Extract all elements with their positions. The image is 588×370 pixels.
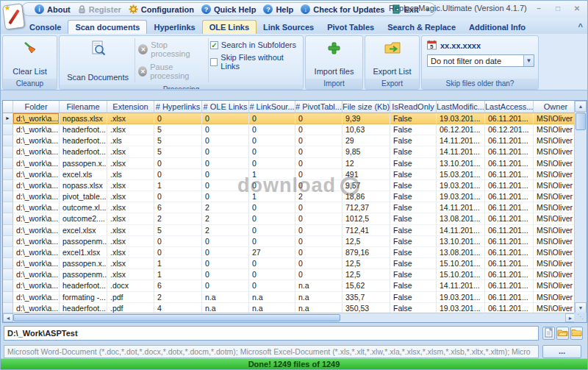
cell-linksour[interactable]: 0 bbox=[249, 236, 295, 247]
cell-lastaccess[interactable]: 06.11.201... bbox=[485, 292, 534, 303]
cell-linksour[interactable]: 27 bbox=[249, 247, 295, 258]
vertical-scrollbar[interactable]: ▲ ▼ bbox=[574, 101, 587, 313]
cell-folder[interactable]: d:\_work\a... bbox=[13, 158, 60, 169]
cell-lastaccess[interactable]: 06.11.201... bbox=[485, 135, 534, 146]
menu-item-quick-help[interactable]: ?Quick Help bbox=[198, 4, 259, 15]
cell-linksour[interactable]: n.a bbox=[249, 292, 295, 303]
cell-linksour[interactable]: 0 bbox=[249, 213, 295, 224]
menu-item-about[interactable]: iAbout bbox=[31, 4, 74, 15]
table-row[interactable]: d:\_work\a...pivot_table....xlsx001218,8… bbox=[3, 191, 587, 202]
table-row[interactable]: d:\_work\a...passopen.x....xlsx000012Fal… bbox=[3, 158, 587, 169]
tab-console[interactable]: Console bbox=[23, 20, 68, 34]
cell-owner[interactable]: MSI\Oliver bbox=[534, 280, 578, 291]
cell-linksour[interactable]: 0 bbox=[249, 280, 295, 291]
cell-lastmodific[interactable]: 19.03.201... bbox=[437, 292, 485, 303]
cell-file-size-kb[interactable]: 12,5 bbox=[343, 258, 390, 269]
column-header-file-size-kb[interactable]: File size (Kb) bbox=[343, 101, 390, 113]
cell-ole-links[interactable]: 0 bbox=[202, 146, 249, 157]
maximize-button[interactable]: □ bbox=[551, 3, 565, 14]
table-row[interactable]: d:\_work\a...excel.xlsx.xlsx5200712,41Fa… bbox=[3, 225, 587, 236]
cell-folder[interactable]: d:\_work\a... bbox=[13, 135, 60, 146]
cell-filename[interactable]: passopen.x... bbox=[60, 158, 107, 169]
cell-hyperlinks[interactable]: 0 bbox=[154, 236, 202, 247]
cell-pivottabl[interactable]: 0 bbox=[295, 180, 343, 191]
collapse-ribbon-icon[interactable]: ^ bbox=[578, 22, 583, 31]
cell-linksour[interactable]: 0 bbox=[249, 225, 295, 236]
cell-lastaccess[interactable]: 06.11.201... bbox=[485, 258, 534, 269]
cell-folder[interactable]: d:\_work\a... bbox=[13, 269, 60, 280]
cell-lastaccess[interactable]: 06.11.201... bbox=[485, 247, 534, 258]
cell-linksour[interactable]: 0 bbox=[249, 180, 295, 191]
cell-file-size-kb[interactable]: 335,7 bbox=[343, 292, 390, 303]
cell-pivottabl[interactable]: 0 bbox=[295, 146, 343, 157]
cell-extension[interactable]: .xls bbox=[107, 169, 154, 180]
cell-hyperlinks[interactable]: 1 bbox=[154, 180, 202, 191]
minimize-button[interactable]: – bbox=[531, 3, 546, 14]
cell-owner[interactable]: MSI\Oliver bbox=[534, 169, 578, 180]
cell-filename[interactable]: nopass.xlsx bbox=[60, 180, 107, 191]
table-row[interactable]: d:\_work\a...headerfoot....xlsx50009,85F… bbox=[3, 146, 587, 157]
cell-lastmodific[interactable]: 19.03.201... bbox=[437, 113, 485, 124]
cell-lastmodific[interactable]: 14.11.201... bbox=[437, 135, 485, 146]
column-header-lastmodific[interactable]: LastModific... bbox=[437, 101, 485, 113]
table-row[interactable]: d:\_work\a...passopen.x....xlsx100012,5F… bbox=[3, 258, 587, 269]
cell-extension[interactable]: .xlsx bbox=[107, 269, 154, 280]
cell-filename[interactable]: nopass.xlsx bbox=[60, 113, 107, 124]
cell-ole-links[interactable]: 2 bbox=[202, 225, 249, 236]
cell-file-size-kb[interactable]: 12,5 bbox=[343, 236, 390, 247]
cell-filename[interactable]: pivot_table... bbox=[60, 191, 107, 202]
cell-isreadonly[interactable]: False bbox=[390, 202, 437, 213]
cell-lastmodific[interactable]: 14.11.201... bbox=[437, 146, 485, 157]
cell-pivottabl[interactable]: 0 bbox=[295, 269, 343, 280]
cell-isreadonly[interactable]: False bbox=[390, 191, 437, 202]
cell-ole-links[interactable]: 0 bbox=[202, 135, 249, 146]
cell-owner[interactable]: MSI\Oliver bbox=[534, 247, 578, 258]
cell-owner[interactable]: MSI\Oliver bbox=[534, 258, 578, 269]
table-row[interactable]: d:\_work\a...outcome2.....xlsx22001012,5… bbox=[3, 213, 587, 224]
add-folder-button[interactable] bbox=[570, 327, 583, 340]
cell-hyperlinks[interactable]: 1 bbox=[154, 269, 202, 280]
cell-owner[interactable]: MSI\Oliver bbox=[534, 225, 578, 236]
menu-item-help[interactable]: ?Help bbox=[259, 4, 297, 15]
cell-lastmodific[interactable]: 13.10.201... bbox=[437, 236, 485, 247]
cell-lastaccess[interactable]: 06.11.201... bbox=[485, 146, 534, 157]
skip-files-without-links-checkbox[interactable]: Skip Files without Links bbox=[210, 53, 300, 71]
cell-hyperlinks[interactable]: 6 bbox=[154, 280, 202, 291]
cell-ole-links[interactable]: 0 bbox=[202, 158, 249, 169]
cell-filename[interactable]: headerfoot... bbox=[60, 146, 107, 157]
tab-scan-documents[interactable]: Scan documents bbox=[68, 20, 147, 34]
row-selector[interactable] bbox=[3, 124, 13, 135]
row-selector[interactable] bbox=[3, 180, 13, 191]
cell-isreadonly[interactable]: False bbox=[390, 280, 437, 291]
column-header-linksour[interactable]: # LinkSour... bbox=[249, 101, 295, 113]
cell-pivottabl[interactable]: 0 bbox=[295, 124, 343, 135]
cell-ole-links[interactable]: 0 bbox=[202, 180, 249, 191]
cell-lastaccess[interactable]: 06.11.201... bbox=[485, 158, 534, 169]
menu-item-configuration[interactable]: Configuration bbox=[125, 4, 198, 15]
cell-extension[interactable]: .xlsx bbox=[107, 113, 154, 124]
cell-ole-links[interactable]: 0 bbox=[202, 247, 249, 258]
tab-link-sources[interactable]: Link Sources bbox=[257, 20, 320, 34]
cell-ole-links[interactable]: 0 bbox=[202, 169, 249, 180]
clear-list-button[interactable]: Clear List bbox=[11, 38, 48, 77]
row-selector[interactable] bbox=[3, 236, 13, 247]
cell-file-size-kb[interactable]: 9,85 bbox=[343, 146, 390, 157]
table-row[interactable]: ►d:\_work\a...nopass.xlsx.xlsx00009,39Fa… bbox=[3, 113, 587, 124]
cell-filename[interactable]: outcome2.... bbox=[60, 213, 107, 224]
cell-lastaccess[interactable]: 06.11.201... bbox=[485, 180, 534, 191]
cell-linksour[interactable]: 0 bbox=[249, 146, 295, 157]
cell-owner[interactable]: MSI\Oliver bbox=[534, 113, 578, 124]
cell-file-size-kb[interactable]: 15,62 bbox=[343, 280, 390, 291]
row-selector[interactable] bbox=[3, 213, 13, 224]
cell-linksour[interactable]: 0 bbox=[249, 269, 295, 280]
row-selector[interactable] bbox=[3, 135, 13, 146]
cell-folder[interactable]: d:\_work\a... bbox=[13, 202, 60, 213]
cell-extension[interactable]: .xlsx bbox=[107, 180, 154, 191]
cell-lastaccess[interactable]: 06.11.201... bbox=[485, 213, 534, 224]
cell-pivottabl[interactable]: 2 bbox=[295, 191, 343, 202]
cell-folder[interactable]: d:\_work\a... bbox=[13, 236, 60, 247]
column-header-filename[interactable]: Filename bbox=[60, 101, 107, 113]
filetypes-more-button[interactable]: ... bbox=[542, 345, 581, 358]
cell-filename[interactable]: headerfoot... bbox=[60, 280, 107, 291]
cell-hyperlinks[interactable]: 5 bbox=[154, 225, 202, 236]
